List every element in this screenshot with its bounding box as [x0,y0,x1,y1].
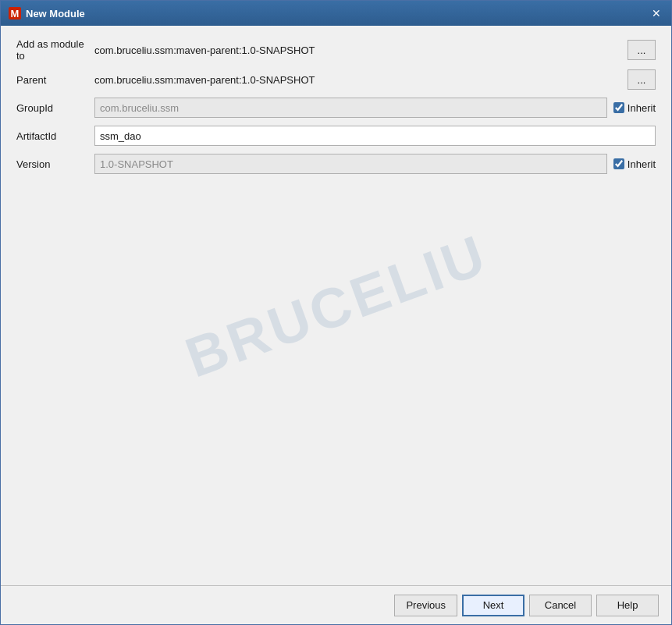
version-inherit-group: Inherit [613,158,656,170]
group-id-inherit-label: Inherit [628,102,656,114]
version-inherit-label: Inherit [628,158,656,170]
content-area: BRUCELIU Add as module to com.bruceliu.s… [1,26,671,585]
cancel-button[interactable]: Cancel [529,595,592,616]
add-module-label: Add as module to [16,38,94,62]
dialog-title: New Module [26,8,85,20]
footer: Previous Next Cancel Help [1,585,671,624]
parent-row: Parent com.bruceliu.ssm:maven-parent:1.0… [16,69,656,90]
group-id-inherit-group: Inherit [613,102,656,114]
version-row: Version Inherit [16,154,656,174]
artifact-id-label: ArtifactId [16,130,94,142]
add-module-row: Add as module to com.bruceliu.ssm:maven-… [16,38,656,62]
watermark: BRUCELIU [177,222,496,389]
add-module-value: com.bruceliu.ssm:maven-parent:1.0-SNAPSH… [94,44,315,56]
parent-value: com.bruceliu.ssm:maven-parent:1.0-SNAPSH… [94,74,315,86]
previous-button[interactable]: Previous [394,595,457,616]
artifact-id-input[interactable] [94,126,656,146]
parent-browse-button[interactable]: ... [628,69,656,90]
parent-label: Parent [16,74,94,86]
group-id-label: GroupId [16,102,94,114]
help-button[interactable]: Help [596,595,659,616]
parent-value-group: com.bruceliu.ssm:maven-parent:1.0-SNAPSH… [94,74,621,86]
close-button[interactable]: ✕ [649,6,663,20]
next-button[interactable]: Next [462,595,524,616]
dialog-icon: M [9,7,21,20]
version-inherit-checkbox[interactable] [613,158,624,169]
version-label: Version [16,158,94,170]
group-id-input[interactable] [94,98,607,118]
artifact-id-row: ArtifactId [16,126,656,146]
version-input[interactable] [94,154,607,174]
new-module-dialog: M New Module ✕ BRUCELIU Add as module to… [0,0,672,625]
group-id-row: GroupId Inherit [16,98,656,118]
group-id-inherit-checkbox[interactable] [613,102,624,113]
title-bar: M New Module ✕ [1,1,671,26]
add-module-value-group: com.bruceliu.ssm:maven-parent:1.0-SNAPSH… [94,44,621,56]
title-bar-left: M New Module [9,7,85,20]
add-module-browse-button[interactable]: ... [628,40,656,60]
